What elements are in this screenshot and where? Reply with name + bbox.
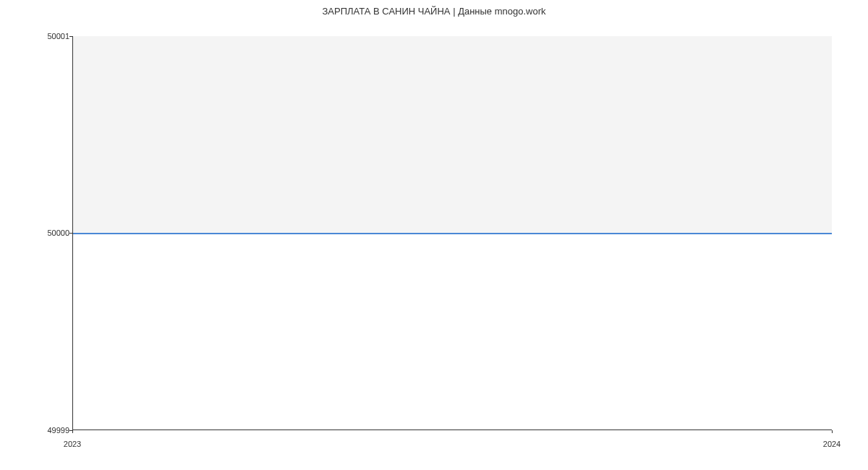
data-line <box>73 233 832 234</box>
x-axis-tick-label: 2024 <box>823 440 841 448</box>
plot-area <box>72 36 832 430</box>
x-tick-mark <box>72 430 73 433</box>
y-axis-tick-label: 50000 <box>47 228 69 237</box>
chart-title: ЗАРПЛАТА В САНИН ЧАЙНА | Данные mnogo.wo… <box>0 6 868 17</box>
x-axis-tick-label: 2023 <box>64 440 81 448</box>
x-tick-mark <box>832 430 833 433</box>
y-tick-mark <box>69 233 72 234</box>
plot-lower-region <box>73 233 832 430</box>
y-axis-tick-label: 50001 <box>47 32 69 40</box>
y-axis-tick-label: 49999 <box>47 426 69 435</box>
y-tick-mark <box>69 36 72 37</box>
